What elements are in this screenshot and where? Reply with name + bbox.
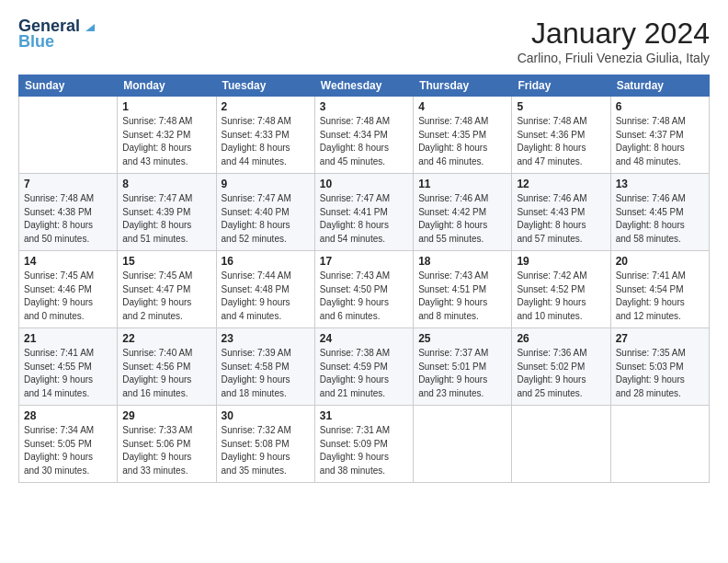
- table-cell: 3Sunrise: 7:48 AMSunset: 4:34 PMDaylight…: [314, 97, 413, 174]
- table-cell: 24Sunrise: 7:38 AMSunset: 4:59 PMDayligh…: [314, 328, 413, 406]
- table-cell: 4Sunrise: 7:48 AMSunset: 4:35 PMDaylight…: [414, 97, 512, 174]
- table-cell: 30Sunrise: 7:32 AMSunset: 5:08 PMDayligh…: [216, 406, 314, 483]
- logo-text-blue: Blue: [18, 32, 54, 52]
- day-number: 23: [222, 332, 310, 345]
- day-number: 25: [418, 332, 506, 345]
- day-number: 12: [517, 178, 605, 190]
- day-number: 1: [122, 100, 210, 113]
- table-cell: 7Sunrise: 7:48 AMSunset: 4:38 PMDaylight…: [19, 174, 118, 251]
- weekday-header-row: Sunday Monday Tuesday Wednesday Thursday…: [19, 75, 710, 97]
- week-row-5: 28Sunrise: 7:34 AMSunset: 5:05 PMDayligh…: [19, 406, 710, 483]
- header-tuesday: Tuesday: [216, 75, 314, 97]
- day-number: 3: [320, 100, 408, 113]
- day-info: Sunrise: 7:36 AMSunset: 5:02 PMDaylight:…: [517, 347, 605, 400]
- svg-marker-0: [85, 24, 95, 31]
- day-number: 8: [122, 178, 210, 190]
- logo: General Blue: [18, 17, 97, 52]
- day-info: Sunrise: 7:43 AMSunset: 4:50 PMDaylight:…: [320, 270, 408, 323]
- header-thursday: Thursday: [414, 75, 512, 97]
- header-monday: Monday: [118, 75, 216, 97]
- day-info: Sunrise: 7:46 AMSunset: 4:43 PMDaylight:…: [517, 192, 605, 246]
- day-info: Sunrise: 7:48 AMSunset: 4:35 PMDaylight:…: [418, 115, 506, 168]
- day-info: Sunrise: 7:42 AMSunset: 4:52 PMDaylight:…: [517, 270, 605, 323]
- day-number: 21: [24, 332, 112, 345]
- table-cell: 26Sunrise: 7:36 AMSunset: 5:02 PMDayligh…: [512, 328, 610, 406]
- page-header: General Blue January 2024 Carlino, Friul…: [18, 17, 710, 65]
- day-info: Sunrise: 7:41 AMSunset: 4:54 PMDaylight:…: [616, 270, 704, 323]
- day-info: Sunrise: 7:37 AMSunset: 5:01 PMDaylight:…: [418, 347, 506, 400]
- day-number: 26: [517, 332, 605, 345]
- day-number: 30: [222, 409, 310, 422]
- week-row-1: 1Sunrise: 7:48 AMSunset: 4:32 PMDaylight…: [19, 97, 710, 174]
- day-number: 10: [320, 178, 408, 190]
- day-number: 27: [616, 332, 704, 345]
- table-cell: 23Sunrise: 7:39 AMSunset: 4:58 PMDayligh…: [216, 328, 314, 406]
- day-info: Sunrise: 7:35 AMSunset: 5:03 PMDaylight:…: [616, 347, 704, 400]
- table-cell: 5Sunrise: 7:48 AMSunset: 4:36 PMDaylight…: [512, 97, 610, 174]
- day-info: Sunrise: 7:39 AMSunset: 4:58 PMDaylight:…: [222, 347, 310, 400]
- day-number: 5: [517, 100, 605, 113]
- day-number: 29: [122, 409, 210, 422]
- day-info: Sunrise: 7:48 AMSunset: 4:33 PMDaylight:…: [222, 115, 310, 168]
- day-info: Sunrise: 7:45 AMSunset: 4:47 PMDaylight:…: [122, 270, 210, 323]
- table-cell: 25Sunrise: 7:37 AMSunset: 5:01 PMDayligh…: [414, 328, 512, 406]
- table-cell: [610, 406, 709, 483]
- day-info: Sunrise: 7:41 AMSunset: 4:55 PMDaylight:…: [24, 347, 112, 400]
- table-cell: 27Sunrise: 7:35 AMSunset: 5:03 PMDayligh…: [610, 328, 709, 406]
- day-info: Sunrise: 7:45 AMSunset: 4:46 PMDaylight:…: [24, 270, 112, 323]
- day-info: Sunrise: 7:34 AMSunset: 5:05 PMDaylight:…: [24, 424, 112, 477]
- header-wednesday: Wednesday: [314, 75, 413, 97]
- day-number: 11: [418, 178, 506, 190]
- header-sunday: Sunday: [19, 75, 118, 97]
- table-cell: 8Sunrise: 7:47 AMSunset: 4:39 PMDaylight…: [118, 174, 216, 251]
- table-cell: 9Sunrise: 7:47 AMSunset: 4:40 PMDaylight…: [216, 174, 314, 251]
- day-number: 17: [320, 255, 408, 268]
- table-cell: 14Sunrise: 7:45 AMSunset: 4:46 PMDayligh…: [19, 251, 118, 328]
- day-info: Sunrise: 7:38 AMSunset: 4:59 PMDaylight:…: [320, 347, 408, 400]
- day-info: Sunrise: 7:48 AMSunset: 4:32 PMDaylight:…: [122, 115, 210, 168]
- day-number: 22: [122, 332, 210, 345]
- day-number: 24: [320, 332, 408, 345]
- table-cell: 11Sunrise: 7:46 AMSunset: 4:42 PMDayligh…: [414, 174, 512, 251]
- table-cell: 2Sunrise: 7:48 AMSunset: 4:33 PMDaylight…: [216, 97, 314, 174]
- day-info: Sunrise: 7:48 AMSunset: 4:38 PMDaylight:…: [24, 192, 112, 246]
- day-number: 13: [616, 178, 704, 190]
- day-number: 6: [616, 100, 704, 113]
- day-info: Sunrise: 7:33 AMSunset: 5:06 PMDaylight:…: [122, 424, 210, 477]
- table-cell: [414, 406, 512, 483]
- day-number: 4: [418, 100, 506, 113]
- day-number: 7: [24, 178, 112, 190]
- month-title: January 2024: [518, 17, 710, 51]
- day-info: Sunrise: 7:40 AMSunset: 4:56 PMDaylight:…: [122, 347, 210, 400]
- day-number: 31: [320, 409, 408, 422]
- title-block: January 2024 Carlino, Friuli Venezia Giu…: [518, 17, 710, 65]
- table-cell: 21Sunrise: 7:41 AMSunset: 4:55 PMDayligh…: [19, 328, 118, 406]
- day-number: 2: [222, 100, 310, 113]
- day-info: Sunrise: 7:46 AMSunset: 4:45 PMDaylight:…: [616, 192, 704, 246]
- day-info: Sunrise: 7:48 AMSunset: 4:34 PMDaylight:…: [320, 115, 408, 168]
- week-row-2: 7Sunrise: 7:48 AMSunset: 4:38 PMDaylight…: [19, 174, 710, 251]
- day-info: Sunrise: 7:47 AMSunset: 4:39 PMDaylight:…: [122, 192, 210, 246]
- table-cell: 10Sunrise: 7:47 AMSunset: 4:41 PMDayligh…: [314, 174, 413, 251]
- table-cell: 12Sunrise: 7:46 AMSunset: 4:43 PMDayligh…: [512, 174, 610, 251]
- table-cell: 28Sunrise: 7:34 AMSunset: 5:05 PMDayligh…: [19, 406, 118, 483]
- location-text: Carlino, Friuli Venezia Giulia, Italy: [518, 51, 710, 65]
- week-row-4: 21Sunrise: 7:41 AMSunset: 4:55 PMDayligh…: [19, 328, 710, 406]
- day-info: Sunrise: 7:43 AMSunset: 4:51 PMDaylight:…: [418, 270, 506, 323]
- week-row-3: 14Sunrise: 7:45 AMSunset: 4:46 PMDayligh…: [19, 251, 710, 328]
- table-cell: 1Sunrise: 7:48 AMSunset: 4:32 PMDaylight…: [118, 97, 216, 174]
- table-cell: 19Sunrise: 7:42 AMSunset: 4:52 PMDayligh…: [512, 251, 610, 328]
- header-saturday: Saturday: [610, 75, 709, 97]
- day-number: 15: [122, 255, 210, 268]
- day-info: Sunrise: 7:48 AMSunset: 4:36 PMDaylight:…: [517, 115, 605, 168]
- day-number: 14: [24, 255, 112, 268]
- table-cell: 13Sunrise: 7:46 AMSunset: 4:45 PMDayligh…: [610, 174, 709, 251]
- day-info: Sunrise: 7:47 AMSunset: 4:40 PMDaylight:…: [222, 192, 310, 246]
- day-info: Sunrise: 7:44 AMSunset: 4:48 PMDaylight:…: [222, 270, 310, 323]
- logo-icon: [82, 18, 97, 33]
- day-info: Sunrise: 7:47 AMSunset: 4:41 PMDaylight:…: [320, 192, 408, 246]
- table-cell: 16Sunrise: 7:44 AMSunset: 4:48 PMDayligh…: [216, 251, 314, 328]
- table-cell: 31Sunrise: 7:31 AMSunset: 5:09 PMDayligh…: [314, 406, 413, 483]
- day-number: 16: [222, 255, 310, 268]
- day-number: 28: [24, 409, 112, 422]
